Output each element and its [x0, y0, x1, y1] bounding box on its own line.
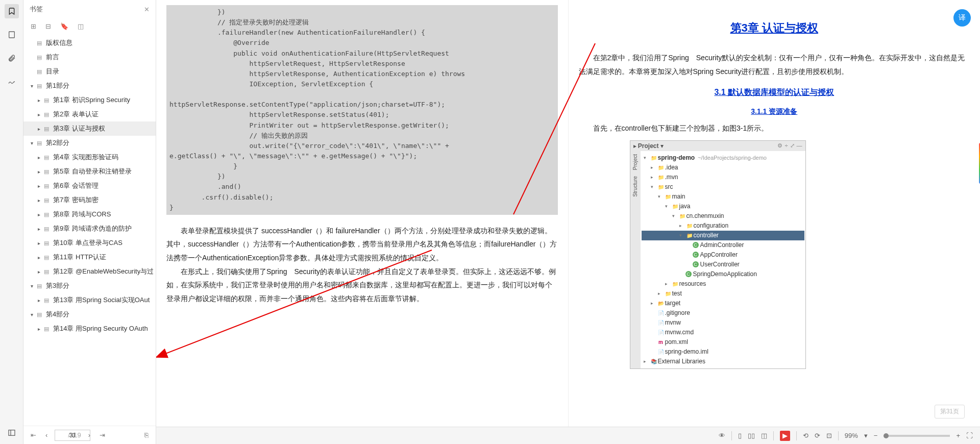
sidebar-footer: ⇤ ‹ /319 › ⇥ ⎘: [23, 426, 156, 444]
first-page-icon[interactable]: ⇤: [29, 431, 38, 439]
svg-rect-1: [9, 430, 15, 436]
ide-tree-row[interactable]: ▸📁test: [642, 289, 804, 299]
zoom-dropdown-icon[interactable]: ▾: [864, 432, 868, 439]
continuous-icon[interactable]: ▯▯: [748, 432, 755, 439]
zoom-out-icon[interactable]: −: [874, 432, 878, 439]
bookmark-item[interactable]: ▸▤第1章 初识Spring Security: [23, 93, 156, 107]
bookmark-label: 目录: [45, 67, 59, 76]
folder-icon: 📁: [671, 204, 679, 209]
ide-tree-row[interactable]: 📄mvnw: [642, 318, 804, 328]
page-panel-icon[interactable]: [5, 28, 19, 42]
ide-item-label: UserController: [700, 261, 740, 268]
toggle-panel-icon[interactable]: [5, 426, 19, 440]
bookmark-item[interactable]: ▤前言: [23, 50, 156, 64]
bookmark-item[interactable]: ▤版权信息: [23, 36, 156, 50]
ide-item-label: java: [679, 203, 691, 210]
bookmark-item[interactable]: ▸▤第14章 用Spring Security OAuth: [23, 322, 156, 336]
ide-tree-row[interactable]: mpom.xml: [642, 337, 804, 347]
attachment-icon[interactable]: [5, 51, 19, 65]
prev-page-icon[interactable]: ‹: [43, 431, 50, 439]
ide-tree-row[interactable]: ▸📁.idea: [642, 163, 804, 172]
bookmark-item[interactable]: ▸▤第10章 单点登录与CAS: [23, 236, 156, 250]
ide-tree-row[interactable]: 📄spring-demo.iml: [642, 347, 804, 357]
bookmark-item[interactable]: ▾▤第2部分: [23, 136, 156, 150]
next-page-icon[interactable]: ›: [86, 431, 92, 439]
ide-item-label: .gitignore: [665, 309, 690, 316]
ide-tree-row[interactable]: 📄mvnw.cmd: [642, 328, 804, 337]
single-page-icon[interactable]: ▯: [738, 432, 742, 439]
assistant-floating-button[interactable]: 译: [953, 9, 971, 27]
ide-tree-row[interactable]: ▸📁configuration: [642, 221, 804, 231]
bookmark-panel-icon[interactable]: [5, 4, 19, 18]
ide-tree-row[interactable]: ▸📁resources: [642, 279, 804, 289]
ide-tree-row[interactable]: ▾📁main: [642, 192, 804, 202]
ide-tree-row[interactable]: ▸📂target: [642, 299, 804, 308]
bookmark-item[interactable]: ▸▤第9章 跨域请求伪造的防护: [23, 221, 156, 236]
fullscreen-icon[interactable]: ⛶: [966, 432, 973, 439]
ide-tree-row[interactable]: ▾📁java: [642, 202, 804, 211]
zoom-in-icon[interactable]: +: [956, 432, 960, 439]
folder-icon: 📁: [685, 233, 694, 238]
bookmark-item[interactable]: ▸▤第4章 实现图形验证码: [23, 150, 156, 164]
ide-tree-row[interactable]: CAppController: [642, 250, 804, 260]
close-icon[interactable]: ✕: [144, 6, 150, 13]
sidebar-toolbar: ⊞ ⊟ 🔖 ◫: [23, 18, 156, 34]
ide-tab-structure[interactable]: Structure: [632, 173, 638, 200]
bookmark-label: 第13章 用Spring Social实现OAut: [52, 295, 150, 305]
ide-tree-row[interactable]: ▾📁controller: [642, 231, 804, 240]
bookmark-item[interactable]: ▸▤第12章 @EnableWebSecurity与过: [23, 264, 156, 279]
ide-tree-row[interactable]: CUserController: [642, 260, 804, 269]
eye-icon[interactable]: 👁: [719, 432, 725, 439]
collapse-all-icon[interactable]: ⊟: [45, 22, 51, 30]
goto-icon[interactable]: ⎘: [142, 431, 151, 439]
bookmark-item[interactable]: ▸▤第13章 用Spring Social实现OAut: [23, 293, 156, 307]
bookmark-label: 第1部分: [45, 81, 69, 90]
caret-icon: ▾: [31, 312, 37, 317]
bookmark-item[interactable]: ▸▤第2章 表单认证: [23, 107, 156, 121]
bookmark-item[interactable]: ▾▤第1部分: [23, 79, 156, 93]
bookmark-item[interactable]: ▾▤第4部分: [23, 307, 156, 322]
bookmark-item[interactable]: ▸▤第8章 跨域与CORS: [23, 207, 156, 221]
bookmark-outline-icon[interactable]: ◫: [78, 22, 84, 30]
bookmark-item[interactable]: ▸▤第6章 会话管理: [23, 179, 156, 193]
signature-icon[interactable]: [5, 75, 19, 89]
ide-tree-row[interactable]: 📄.gitignore: [642, 308, 804, 318]
two-page-icon[interactable]: ◫: [761, 432, 767, 439]
page-input[interactable]: [55, 430, 90, 441]
ide-tab-project[interactable]: Project: [632, 151, 638, 173]
bookmark-item[interactable]: ▸▤第11章 HTTP认证: [23, 250, 156, 264]
ide-tree-row[interactable]: ▾📁spring-demo~/IdeaProjects/spring-demo: [642, 153, 804, 163]
page-icon: ▤: [44, 211, 52, 218]
class-icon: C: [693, 252, 699, 258]
last-page-icon[interactable]: ⇥: [97, 431, 107, 439]
caret-icon: ▸: [38, 240, 44, 246]
ide-tree-row[interactable]: ▾📁cn.chenmuxin: [642, 211, 804, 221]
caret-icon: ▸: [38, 226, 44, 232]
ide-tree-row[interactable]: ▸📁.mvn: [642, 172, 804, 182]
bookmark-item[interactable]: ▤目录: [23, 64, 156, 79]
ide-item-label: spring-demo: [658, 154, 695, 161]
ide-item-label: .idea: [665, 164, 678, 171]
ide-tree-row[interactable]: CAdminController: [642, 240, 804, 250]
bookmark-item[interactable]: ▸▤第3章 认证与授权: [23, 121, 156, 136]
bookmark-label: 第10章 单点登录与CAS: [52, 238, 122, 248]
bottom-toolbar: 👁 ▯ ▯▯ ◫ ▶ ⟲ ⟳ ⊡ 99% ▾ − + ⛶: [156, 427, 980, 444]
bookmark-label: 第4部分: [45, 310, 69, 319]
ide-item-label: External Libraries: [658, 358, 705, 365]
page-icon: ▤: [44, 154, 52, 161]
rotate-right-icon[interactable]: ⟳: [815, 432, 820, 439]
bookmark-item[interactable]: ▸▤第7章 密码加密: [23, 193, 156, 207]
bookmark-item[interactable]: ▸▤第5章 自动登录和注销登录: [23, 164, 156, 179]
rotate-left-icon[interactable]: ⟲: [803, 432, 808, 439]
expand-all-icon[interactable]: ⊞: [31, 22, 36, 30]
ide-tree-row[interactable]: CSpringDemoApplication: [642, 269, 804, 279]
fit-icon[interactable]: ⊡: [826, 432, 832, 439]
bookmark-item[interactable]: ▾▤第3部分: [23, 279, 156, 293]
ide-tree-row[interactable]: ▾📁src: [642, 182, 804, 192]
add-bookmark-icon[interactable]: 🔖: [60, 22, 68, 30]
sidebar-title: 书签: [30, 5, 43, 14]
zoom-slider[interactable]: [884, 435, 950, 437]
ide-tree-row[interactable]: ▸📚External Libraries: [642, 357, 804, 366]
presentation-icon[interactable]: ▶: [780, 431, 790, 441]
page-icon: ▤: [44, 97, 52, 104]
